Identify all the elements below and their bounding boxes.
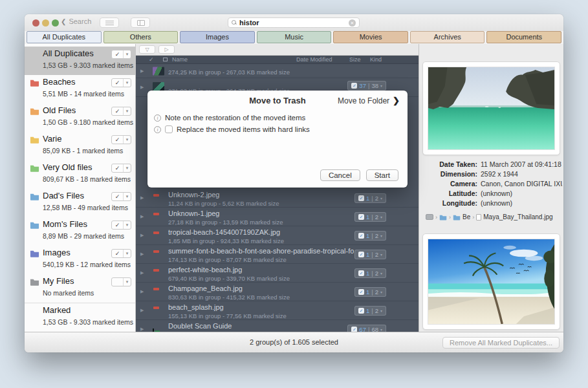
category-tab[interactable]: Music bbox=[257, 31, 332, 43]
badge-dropdown-icon[interactable] bbox=[380, 196, 382, 200]
mark-checkbox[interactable] bbox=[112, 107, 123, 115]
mark-badge[interactable]: 67 68 bbox=[347, 325, 386, 332]
breadcrumb-folder-label[interactable]: Be bbox=[463, 213, 470, 221]
disclosure-icon[interactable] bbox=[140, 195, 144, 200]
mark-badge[interactable]: 1 2 bbox=[354, 231, 386, 241]
info-icon[interactable] bbox=[154, 114, 161, 122]
badge-checkbox[interactable] bbox=[358, 252, 364, 257]
mark-badge[interactable]: 1 2 bbox=[354, 287, 386, 297]
category-tab[interactable]: All Duplicates bbox=[27, 31, 102, 43]
badge-dropdown-icon[interactable] bbox=[380, 327, 382, 332]
sidebar-item[interactable]: Very Old files 809,67 KB - 18 marked ite… bbox=[25, 160, 135, 189]
badge-dropdown-icon[interactable] bbox=[380, 83, 382, 88]
badge-checkbox[interactable] bbox=[358, 270, 364, 276]
disclosure-icon[interactable] bbox=[140, 308, 144, 313]
back-button[interactable]: ❮ Search bbox=[61, 17, 91, 25]
remove-all-marked-button[interactable]: Remove All Marked Duplicates... bbox=[442, 337, 560, 349]
breadcrumb-folder-icon[interactable] bbox=[453, 214, 461, 221]
badge-dropdown-icon[interactable] bbox=[380, 252, 382, 257]
table-row[interactable]: Champagne_Beach.jpg 830,63 KB in group -… bbox=[136, 283, 419, 301]
mark-dropdown-icon[interactable] bbox=[123, 193, 131, 200]
badge-dropdown-icon[interactable] bbox=[380, 233, 382, 238]
minimize-button[interactable] bbox=[42, 19, 49, 27]
mark-badge[interactable]: 1 2 bbox=[354, 250, 386, 259]
header-kind[interactable]: Kind bbox=[370, 56, 382, 63]
breadcrumb-file-label[interactable]: Maya_Bay_Thailand.jpg bbox=[483, 213, 552, 221]
start-button[interactable]: Start bbox=[366, 169, 398, 181]
sidebar-item[interactable]: Images 540,19 KB - 12 marked items bbox=[25, 246, 135, 274]
mark-badge[interactable]: 37 38 bbox=[347, 81, 386, 91]
close-button[interactable] bbox=[32, 19, 39, 27]
badge-dropdown-icon[interactable] bbox=[380, 271, 382, 275]
disclosure-icon[interactable] bbox=[140, 214, 144, 219]
mark-dropdown-icon[interactable] bbox=[123, 250, 131, 257]
mark-checkbox[interactable] bbox=[112, 250, 123, 257]
mark-checkbox[interactable] bbox=[112, 221, 123, 229]
badge-checkbox[interactable] bbox=[358, 233, 364, 239]
search-input[interactable] bbox=[239, 19, 346, 27]
disclosure-icon[interactable] bbox=[140, 327, 144, 332]
mark-control[interactable] bbox=[111, 221, 131, 230]
category-tab[interactable]: Archives bbox=[410, 31, 485, 43]
panel-view-button[interactable] bbox=[131, 17, 150, 28]
clear-search-icon[interactable]: ✕ bbox=[349, 19, 356, 27]
badge-checkbox[interactable] bbox=[358, 289, 364, 295]
category-tab[interactable]: Images bbox=[180, 31, 255, 43]
sidebar-item[interactable]: All Duplicates 1,53 GB - 9.303 marked it… bbox=[25, 47, 135, 75]
info-icon[interactable] bbox=[154, 126, 161, 133]
mark-control[interactable] bbox=[111, 249, 131, 258]
disk-icon[interactable] bbox=[426, 214, 433, 220]
mark-checkbox[interactable] bbox=[112, 278, 123, 286]
mark-control[interactable] bbox=[111, 135, 131, 144]
sidebar-item[interactable]: Old Files 1,50 GB - 9.180 marked items bbox=[25, 103, 135, 132]
badge-dropdown-icon[interactable] bbox=[380, 290, 382, 294]
mark-dropdown-icon[interactable] bbox=[123, 278, 131, 286]
table-row[interactable]: tropical-beach-1454007190ZAK.jpg 1,85 MB… bbox=[136, 226, 419, 245]
sidebar-item[interactable]: Mom's Files 8,89 MB - 29 marked items bbox=[25, 217, 135, 246]
list-view-button[interactable] bbox=[100, 17, 119, 28]
table-row[interactable]: 274,25 KB in group - 267,03 KB marked si… bbox=[136, 64, 419, 78]
hard-links-checkbox[interactable] bbox=[165, 125, 173, 133]
disclosure-icon[interactable] bbox=[140, 233, 144, 238]
badge-checkbox[interactable] bbox=[351, 83, 357, 89]
mark-control[interactable] bbox=[111, 277, 131, 286]
expand-all-button[interactable]: ▷ bbox=[158, 45, 175, 54]
sidebar-item[interactable]: Marked 1,53 GB - 9.303 marked items bbox=[25, 303, 135, 331]
mark-checkbox[interactable] bbox=[112, 79, 123, 87]
table-row[interactable]: beach_splash.jpg 155,13 KB in group - 77… bbox=[136, 301, 419, 320]
mark-checkbox[interactable] bbox=[112, 164, 123, 172]
mark-badge[interactable]: 1 2 bbox=[354, 306, 386, 316]
badge-checkbox[interactable] bbox=[358, 308, 364, 314]
mark-control[interactable] bbox=[111, 164, 131, 173]
sidebar-item[interactable]: Beaches 5,51 MB - 14 marked items bbox=[25, 75, 135, 103]
mark-dropdown-icon[interactable] bbox=[123, 221, 131, 229]
table-row[interactable]: Unknown-1.jpeg 27,18 KB in group - 13,59… bbox=[136, 208, 419, 226]
header-name[interactable]: Name bbox=[172, 56, 188, 63]
mark-dropdown-icon[interactable] bbox=[123, 50, 131, 58]
badge-checkbox[interactable] bbox=[351, 327, 357, 332]
category-tab[interactable]: Documents bbox=[486, 31, 561, 43]
category-tab[interactable]: Movies bbox=[333, 31, 408, 43]
disclosure-icon[interactable] bbox=[140, 252, 144, 257]
mark-badge[interactable]: 1 2 bbox=[354, 212, 386, 222]
mark-checkbox[interactable] bbox=[112, 136, 123, 144]
disclosure-icon[interactable] bbox=[140, 85, 144, 90]
badge-checkbox[interactable] bbox=[358, 195, 364, 201]
badge-dropdown-icon[interactable] bbox=[380, 308, 382, 313]
mark-control[interactable] bbox=[111, 78, 131, 87]
cancel-button[interactable]: Cancel bbox=[320, 169, 360, 181]
disclosure-icon[interactable] bbox=[140, 270, 144, 275]
disclosure-icon[interactable] bbox=[140, 69, 144, 74]
sidebar-item[interactable]: My Files No marked items bbox=[25, 274, 135, 303]
mark-control[interactable] bbox=[111, 192, 131, 201]
badge-dropdown-icon[interactable] bbox=[380, 215, 382, 219]
breadcrumb-folder-icon[interactable] bbox=[439, 214, 447, 221]
collapse-all-button[interactable]: ▽ bbox=[139, 45, 155, 54]
disclosure-icon[interactable] bbox=[140, 289, 144, 294]
mark-dropdown-icon[interactable] bbox=[123, 164, 131, 172]
mark-dropdown-icon[interactable] bbox=[123, 136, 131, 144]
table-row[interactable]: Doublet Scan Guide 67 68 bbox=[136, 320, 419, 332]
mark-badge[interactable]: 1 2 bbox=[354, 193, 386, 203]
move-to-folder-link[interactable]: Move to Folder ❯ bbox=[338, 96, 400, 105]
mark-control[interactable] bbox=[111, 107, 131, 116]
